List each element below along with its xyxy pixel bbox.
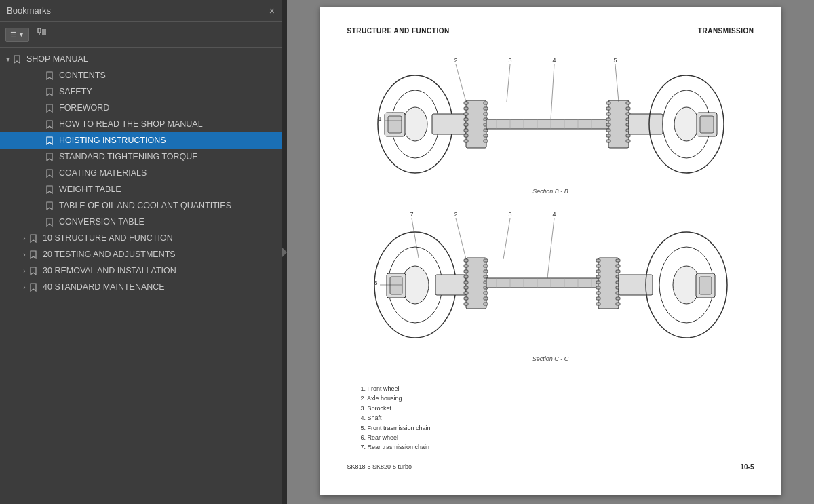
menu-icon: ☰ xyxy=(10,31,17,39)
svg-text:3: 3 xyxy=(508,57,511,64)
svg-point-12 xyxy=(403,107,427,141)
section-b-diagram: 2 3 4 5 1 xyxy=(361,53,741,195)
diagram-container: 2 3 4 5 1 xyxy=(347,53,754,452)
resize-handle[interactable] xyxy=(282,0,287,504)
bookmarks-panel: Bookmarks × ☰ ▼ ▼ SHOP MANU xyxy=(0,0,282,504)
tree-item-hoisting[interactable]: HOISTING INSTRUCTIONS xyxy=(0,132,282,149)
svg-rect-26 xyxy=(484,107,488,110)
svg-rect-88 xyxy=(464,292,468,294)
tree-item-30-removal[interactable]: › 30 REMOVAL AND INSTALLATION xyxy=(0,263,282,279)
svg-rect-48 xyxy=(606,129,610,132)
svg-rect-14 xyxy=(388,116,402,133)
section-b-label: Section B - B xyxy=(532,188,568,195)
tree-item-foreword[interactable]: FOREWORD xyxy=(0,100,282,116)
tree-item-label: WEIGHT TABLE xyxy=(59,185,121,194)
document-footer: SK818-5 SK820-5 turbo 10-5 xyxy=(347,463,754,471)
svg-rect-120 xyxy=(616,265,620,267)
svg-rect-30 xyxy=(484,129,488,132)
svg-rect-117 xyxy=(596,297,600,300)
svg-text:5: 5 xyxy=(613,57,617,64)
tree-item-label: HOW TO READ THE SHOP MANUAL xyxy=(59,119,203,129)
legend: 1. Front wheel2. Axle housing3. Sprocket… xyxy=(347,384,431,452)
svg-rect-86 xyxy=(464,281,468,284)
expand-arrow-icon: › xyxy=(19,267,30,275)
svg-rect-0 xyxy=(38,28,41,33)
tree-item-oil-coolant[interactable]: TABLE OF OIL AND COOLANT QUANTITIES xyxy=(0,197,282,214)
svg-rect-94 xyxy=(484,275,488,278)
svg-rect-80 xyxy=(435,275,466,295)
tree-item-label: TABLE OF OIL AND COOLANT QUANTITIES xyxy=(59,201,231,210)
svg-line-134 xyxy=(412,218,419,258)
tree-item-label: CONTENTS xyxy=(59,71,106,80)
svg-rect-46 xyxy=(606,118,610,121)
bookmark-icon xyxy=(46,88,56,96)
svg-rect-45 xyxy=(606,113,610,115)
tree-item-label: FOREWORD xyxy=(59,103,109,113)
svg-rect-33 xyxy=(486,119,608,129)
document-view: STRUCTURE AND FUNCTION TRANSMISSION 2 3 … xyxy=(287,0,814,504)
page-number: 10-5 xyxy=(740,463,754,471)
svg-rect-47 xyxy=(606,123,610,126)
svg-text:2: 2 xyxy=(454,57,457,64)
svg-rect-44 xyxy=(606,107,610,110)
svg-text:7: 7 xyxy=(410,211,413,218)
tree-item-label: 30 REMOVAL AND INSTALLATION xyxy=(43,266,176,275)
header-section-label: STRUCTURE AND FUNCTION xyxy=(347,27,450,35)
svg-point-62 xyxy=(674,107,699,141)
expand-root-icon: ▼ xyxy=(3,56,14,63)
svg-rect-98 xyxy=(484,297,488,300)
dropdown-arrow-icon: ▼ xyxy=(18,31,24,38)
tree-item-coating[interactable]: COATING MATERIALS xyxy=(0,165,282,181)
svg-rect-49 xyxy=(606,134,610,137)
bookmark-root-icon xyxy=(14,55,23,64)
bookmark-icon xyxy=(30,283,39,292)
svg-rect-89 xyxy=(464,297,468,300)
tree-item-label: HOISTING INSTRUCTIONS xyxy=(59,136,166,145)
panel-header: Bookmarks × xyxy=(0,0,282,22)
expand-arrow-icon: › xyxy=(19,284,30,291)
bookmark-icon xyxy=(46,218,56,227)
svg-rect-111 xyxy=(596,265,600,267)
svg-line-135 xyxy=(456,218,466,259)
svg-rect-97 xyxy=(484,292,488,294)
tree-item-weight[interactable]: WEIGHT TABLE xyxy=(0,181,282,197)
svg-rect-119 xyxy=(616,259,620,262)
bookmark-icon xyxy=(46,153,56,161)
legend-item: 2. Axle housing xyxy=(361,393,431,403)
svg-rect-85 xyxy=(464,275,468,278)
svg-rect-43 xyxy=(606,102,610,104)
tree-item-how-to-read[interactable]: HOW TO READ THE SHOP MANUAL xyxy=(0,116,282,132)
tree-item-40-standard[interactable]: › 40 STANDARD MAINTENANCE xyxy=(0,279,282,295)
expand-arrow-icon: › xyxy=(19,251,30,258)
svg-rect-91 xyxy=(484,259,488,262)
svg-line-65 xyxy=(456,64,466,102)
svg-rect-115 xyxy=(596,286,600,289)
legend-item: 5. Front trasmission chain xyxy=(361,423,431,433)
document-header: STRUCTURE AND FUNCTION TRANSMISSION xyxy=(347,27,754,39)
tree-item-label: SAFETY xyxy=(59,87,92,96)
svg-rect-57 xyxy=(626,134,630,137)
tree-item-standard-tightening[interactable]: STANDARD TIGHTENING TORQUE xyxy=(0,149,282,165)
tree-item-label: CONVERSION TABLE xyxy=(59,217,144,227)
tree-item-conversion[interactable]: CONVERSION TABLE xyxy=(0,214,282,230)
tree-item-contents[interactable]: CONTENTS xyxy=(0,67,282,83)
svg-rect-23 xyxy=(464,134,468,137)
svg-rect-58 xyxy=(626,140,630,142)
tree-item-safety[interactable]: SAFETY xyxy=(0,83,282,100)
tree-item-20-testing[interactable]: › 20 TESTING AND ADJUSTMENTS xyxy=(0,246,282,263)
tree-item-10-structure[interactable]: › 10 STRUCTURE AND FUNCTION xyxy=(0,230,282,246)
toolbar: ☰ ▼ xyxy=(0,22,282,48)
document-page: STRUCTURE AND FUNCTION TRANSMISSION 2 3 … xyxy=(320,7,781,495)
svg-rect-121 xyxy=(616,270,620,273)
close-button[interactable]: × xyxy=(269,6,275,16)
svg-text:4: 4 xyxy=(552,211,556,218)
tree-item-label: 10 STRUCTURE AND FUNCTION xyxy=(43,233,173,243)
tree-root[interactable]: ▼ SHOP MANUAL xyxy=(0,51,282,67)
svg-rect-31 xyxy=(484,134,488,137)
bookmark-icon xyxy=(46,104,56,113)
header-chapter-label: TRANSMISSION xyxy=(698,27,754,35)
bookmark-icon xyxy=(46,120,56,129)
toolbar-dropdown-button[interactable]: ☰ ▼ xyxy=(5,28,29,42)
toolbar-bookmark-button[interactable] xyxy=(33,26,51,43)
model-label: SK818-5 SK820-5 turbo xyxy=(347,463,412,470)
